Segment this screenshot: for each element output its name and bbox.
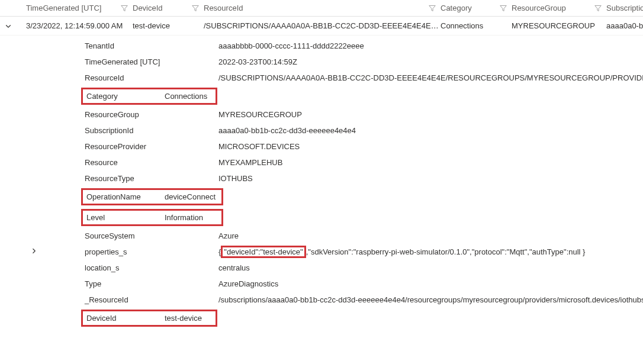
detail-row: Resource MYEXAMPLEHUB: [0, 154, 643, 170]
detail-value: IOTHUBS: [209, 174, 638, 183]
detail-value: test-device: [165, 314, 202, 323]
detail-row: ResourceGroup MYRESOURCEGROUP: [0, 107, 643, 123]
detail-label: OperationName: [86, 192, 165, 201]
column-header-label: Category: [441, 4, 474, 12]
cell-subscription: aaaa0a0-bb1: [606, 21, 643, 30]
detail-value: aaaa0a0-bb1b-cc2c-dd3d-eeeeee4e4e4: [209, 126, 638, 135]
detail-row-highlighted: OperationName deviceConnect: [0, 186, 643, 207]
column-header-label: TimeGenerated [UTC]: [26, 4, 104, 12]
detail-value: AzureDiagnostics: [209, 279, 638, 288]
column-header-time-generated[interactable]: TimeGenerated [UTC]: [26, 4, 133, 12]
column-header-label: DeviceId: [133, 4, 165, 12]
detail-label: TenantId: [85, 41, 114, 50]
detail-row: Type AzureDiagnostics: [0, 276, 643, 292]
chevron-right-icon[interactable]: [30, 247, 37, 255]
detail-label: Category: [86, 92, 165, 101]
detail-row: properties_s {"deviceId":"test-device","…: [0, 244, 643, 260]
cell-resource-group: MYRESOURCEGROUP: [512, 21, 606, 30]
detail-row: _ResourceId /subscriptions/aaaa0a0-bb1b-…: [0, 292, 643, 308]
filter-icon[interactable]: [192, 5, 199, 12]
table-header: TimeGenerated [UTC] DeviceId ResourceId …: [0, 0, 643, 17]
highlighted-text: "deviceId":"test-device": [221, 246, 306, 258]
detail-value: Information: [165, 213, 203, 222]
detail-row-highlighted: DeviceId test-device: [0, 308, 643, 328]
detail-row: SourceSystem Azure: [0, 228, 643, 244]
detail-value: MYRESOURCEGROUP: [209, 110, 638, 119]
detail-label: Type: [85, 279, 101, 288]
cell-time-generated: 3/23/2022, 12:14:59.000 AM: [26, 21, 133, 30]
filter-icon[interactable]: [429, 5, 436, 12]
detail-label: SubscriptionId: [85, 126, 133, 135]
detail-value: centralus: [209, 263, 638, 272]
detail-value: /subscriptions/aaaa0a0-bb1b-cc2c-dd3d-ee…: [209, 295, 643, 304]
detail-label: properties_s: [85, 247, 127, 256]
detail-row: SubscriptionId aaaa0a0-bb1b-cc2c-dd3d-ee…: [0, 123, 643, 138]
filter-icon[interactable]: [594, 5, 602, 12]
detail-row: TenantId aaaabbbb-0000-cccc-1111-dddd222…: [0, 38, 643, 54]
detail-value: {"deviceId":"test-device","sdkVersion":"…: [209, 247, 638, 256]
cell-category: Connections: [441, 21, 512, 30]
detail-label: ResourceProvider: [85, 142, 146, 151]
column-header-subscription[interactable]: SubscriptionI: [606, 4, 643, 12]
detail-row-highlighted: Level Information: [0, 207, 643, 228]
detail-label: SourceSystem: [85, 231, 135, 240]
detail-label: location_s: [85, 263, 120, 272]
chevron-down-icon[interactable]: [5, 22, 12, 30]
column-header-label: SubscriptionI: [606, 4, 643, 12]
detail-value: /SUBSCRIPTIONS/AAAA0A0A-BB1B-CC2C-DD3D-E…: [209, 73, 643, 82]
detail-value: aaaabbbb-0000-cccc-1111-dddd2222eeee: [209, 41, 638, 50]
detail-label: _ResourceId: [85, 295, 128, 304]
cell-resource-id: /SUBSCRIPTIONS/AAAA0A0A-BB1B-CC2C-DD3D-E…: [204, 21, 441, 30]
detail-label: TimeGenerated [UTC]: [85, 57, 160, 66]
detail-row: ResourceType IOTHUBS: [0, 170, 643, 186]
detail-value: deviceConnect: [165, 192, 216, 201]
column-header-category[interactable]: Category: [441, 4, 512, 12]
detail-row: ResourceProvider MICROSOFT.DEVICES: [0, 138, 643, 154]
detail-label: ResourceType: [85, 174, 134, 183]
column-header-device-id[interactable]: DeviceId: [133, 4, 204, 12]
detail-row: location_s centralus: [0, 260, 643, 276]
detail-row: TimeGenerated [UTC] 2022-03-23T00:14:59Z: [0, 54, 643, 70]
detail-value: 2022-03-23T00:14:59Z: [209, 57, 638, 66]
detail-row: ResourceId /SUBSCRIPTIONS/AAAA0A0A-BB1B-…: [0, 70, 643, 86]
cell-device-id: test-device: [133, 21, 204, 30]
detail-row-highlighted: Category Connections: [0, 86, 643, 107]
detail-panel: TenantId aaaabbbb-0000-cccc-1111-dddd222…: [0, 36, 643, 331]
detail-value: Connections: [165, 92, 207, 101]
detail-value: Azure: [209, 231, 638, 240]
column-header-resource-id[interactable]: ResourceId: [204, 4, 441, 12]
detail-value: MICROSOFT.DEVICES: [209, 142, 638, 151]
filter-icon[interactable]: [121, 5, 128, 12]
detail-label: Resource: [85, 158, 118, 167]
filter-icon[interactable]: [500, 5, 507, 12]
detail-value: MYEXAMPLEHUB: [209, 158, 638, 167]
detail-label: ResourceGroup: [85, 110, 139, 119]
column-header-label: ResourceGroup: [512, 4, 568, 12]
detail-label: ResourceId: [85, 73, 124, 82]
column-header-resource-group[interactable]: ResourceGroup: [512, 4, 606, 12]
detail-label: Level: [86, 213, 165, 222]
detail-label: DeviceId: [86, 314, 165, 323]
table-row[interactable]: 3/23/2022, 12:14:59.000 AM test-device /…: [0, 17, 643, 36]
column-header-label: ResourceId: [204, 4, 245, 12]
